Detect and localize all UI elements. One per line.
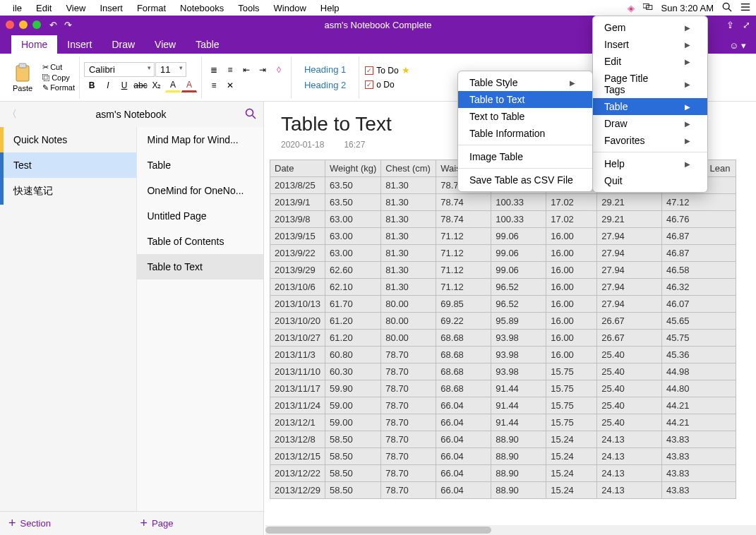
table-cell[interactable]: 17.02 [546,211,597,228]
table-cell[interactable]: 71.12 [436,262,491,279]
table-cell[interactable]: 66.04 [436,465,491,482]
section-cn[interactable]: 快速笔记 [0,178,136,205]
table-cell[interactable]: 2013/8/25 [270,177,325,194]
table-cell[interactable]: 78.70 [381,465,436,482]
table-cell[interactable]: 61.70 [325,296,381,313]
menu-file[interactable]: ile [6,3,29,13]
table-cell[interactable]: 71.12 [436,279,491,296]
bullets-button[interactable]: ≣ [206,63,222,77]
share-icon[interactable]: ⇪ [726,20,734,30]
table-cell[interactable]: 15.24 [546,431,597,448]
gem-menu-edit[interactable]: Edit▶ [593,53,707,70]
table-cell[interactable]: 25.40 [597,397,662,414]
section-test[interactable]: Test [0,152,136,178]
table-row[interactable]: 2013/9/2962.6081.3071.1299.0616.0027.944… [270,262,736,279]
table-cell[interactable]: 78.70 [381,363,436,380]
maximize-button[interactable] [32,20,41,29]
table-cell[interactable]: 27.94 [597,296,662,313]
table-cell[interactable]: 46.87 [662,245,736,262]
table-row[interactable]: 2013/9/1563.0081.3071.1299.0616.0027.944… [270,228,736,245]
table-cell[interactable]: 66.04 [436,414,491,431]
tag-todo[interactable]: ✓To Do★ [365,64,409,77]
gem-menu-insert[interactable]: Insert▶ [593,36,707,53]
table-cell[interactable]: 93.98 [491,347,546,363]
gem-menu-draw[interactable]: Draw▶ [593,115,707,132]
table-cell[interactable]: 71.12 [436,228,491,245]
table-cell[interactable]: 16.00 [546,228,597,245]
table-cell[interactable]: 62.60 [325,262,381,279]
table-menu-imagetable[interactable]: Image Table [458,148,592,165]
table-cell[interactable]: 81.30 [381,245,436,262]
tab-home[interactable]: Home [11,35,57,54]
tab-view[interactable]: View [145,35,186,54]
table-cell[interactable]: 2013/9/1 [270,194,325,211]
table-cell[interactable]: 24.13 [597,431,662,448]
notebook-title[interactable]: asm's Notebook [17,109,245,120]
table-cell[interactable]: 78.74 [436,194,491,211]
add-page-button[interactable]: +Page [132,512,264,535]
undo-icon[interactable]: ↶ [49,20,57,30]
cut-button[interactable]: ✂Cut [42,63,75,72]
table-cell[interactable]: 2013/10/20 [270,313,325,330]
table-cell[interactable]: 68.68 [436,380,491,397]
table-cell[interactable]: 78.70 [381,448,436,465]
menu-edit[interactable]: Edit [29,3,59,13]
gem-menu-help[interactable]: Help▶ [593,155,707,172]
table-cell[interactable]: 2013/10/27 [270,330,325,347]
table-cell[interactable]: 47.12 [662,194,736,211]
table-cell[interactable]: 27.94 [597,245,662,262]
table-cell[interactable]: 46.07 [662,296,736,313]
table-cell[interactable]: 93.98 [491,363,546,380]
font-color-button[interactable]: A [181,78,197,92]
table-cell[interactable]: 2013/11/3 [270,347,325,363]
table-cell[interactable]: 25.40 [597,414,662,431]
style-heading2[interactable]: Heading 2 [300,78,350,92]
table-cell[interactable]: 78.70 [381,431,436,448]
table-cell[interactable]: 45.75 [662,330,736,347]
table-cell[interactable]: 88.90 [491,448,546,465]
table-cell[interactable]: 2013/12/22 [270,465,325,482]
section-quick-notes[interactable]: Quick Notes [0,127,136,152]
style-heading1[interactable]: Heading 1 [300,63,350,76]
table-cell[interactable]: 25.40 [597,347,662,363]
table-cell[interactable]: 29.21 [597,211,662,228]
table-row[interactable]: 2013/9/863.0081.3078.74100.3317.0229.214… [270,211,736,228]
tab-table[interactable]: Table [186,35,229,54]
search-icon[interactable] [245,108,256,121]
table-cell[interactable]: 81.30 [381,279,436,296]
table-cell[interactable]: 17.02 [546,194,597,211]
table-cell[interactable]: 99.06 [491,245,546,262]
table-cell[interactable]: 81.30 [381,211,436,228]
table-row[interactable]: 2013/12/1558.5078.7066.0488.9015.2424.13… [270,448,736,465]
table-cell[interactable]: 88.90 [491,431,546,448]
table-cell[interactable]: 2013/11/17 [270,380,325,397]
table-cell[interactable]: 66.04 [436,431,491,448]
page-item[interactable]: Untitled Page [137,203,263,229]
table-cell[interactable]: 58.50 [325,448,381,465]
table-row[interactable]: 2013/10/2761.2080.0068.6893.9816.0026.67… [270,330,736,347]
table-cell[interactable]: 78.70 [381,397,436,414]
table-cell[interactable]: 2013/12/8 [270,431,325,448]
table-row[interactable]: 2013/11/2459.0078.7066.0491.4415.7525.40… [270,397,736,414]
table-cell[interactable]: 68.68 [436,363,491,380]
table-cell[interactable]: 58.50 [325,431,381,448]
redo-icon[interactable]: ↷ [64,20,72,30]
align-button[interactable]: ≡ [206,78,222,92]
menu-notebooks[interactable]: Notebooks [173,3,231,13]
table-menu-savecsv[interactable]: Save Table as CSV File [458,172,592,188]
table-cell[interactable]: 2013/9/8 [270,211,325,228]
table-cell[interactable]: 100.33 [491,211,546,228]
table-cell[interactable]: 66.04 [436,448,491,465]
table-row[interactable]: 2013/10/2061.2080.0069.2295.8916.0026.67… [270,313,736,330]
table-cell[interactable]: 91.44 [491,414,546,431]
table-row[interactable]: 2013/12/858.5078.7066.0488.9015.2424.134… [270,431,736,448]
menu-help[interactable]: Help [313,3,347,13]
table-cell[interactable]: 15.24 [546,482,597,499]
table-cell[interactable]: 2013/9/15 [270,228,325,245]
table-menu-style[interactable]: Table Style▶ [458,74,592,91]
table-cell[interactable]: 44.21 [662,414,736,431]
table-cell[interactable]: 78.70 [381,347,436,363]
gem-menu-table[interactable]: Table▶ [593,98,707,115]
table-cell[interactable]: 44.98 [662,363,736,380]
table-cell[interactable]: 45.36 [662,347,736,363]
